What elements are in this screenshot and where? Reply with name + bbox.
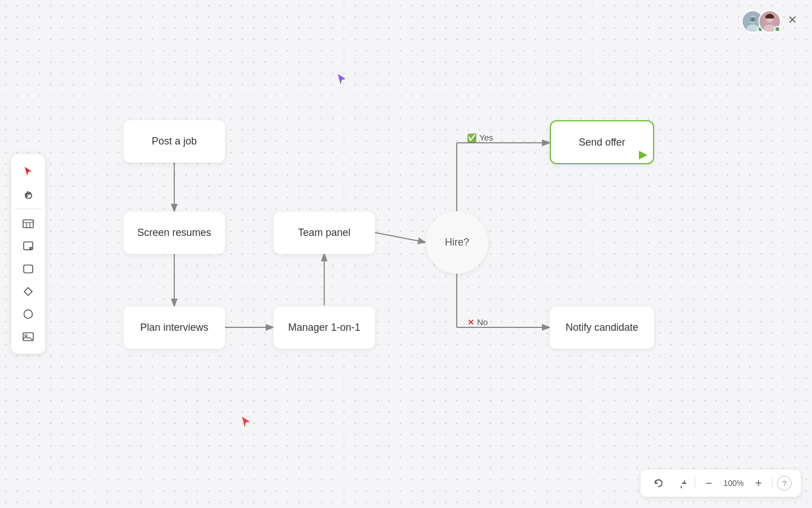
node-screen-resumes[interactable]: Screen resumes <box>123 212 225 254</box>
node-notify-candidate[interactable]: Notify candidate <box>550 306 654 349</box>
zoom-level: 100% <box>722 479 745 488</box>
svg-rect-5 <box>24 265 33 273</box>
sticky-tool[interactable] <box>18 237 38 257</box>
cursor-red-bottom <box>241 416 251 431</box>
zoom-out-button[interactable]: − <box>700 474 718 492</box>
no-x-icon: ✕ <box>467 318 474 327</box>
no-text: No <box>477 317 488 327</box>
svg-rect-0 <box>23 220 33 228</box>
user-avatars <box>742 10 781 33</box>
svg-point-6 <box>24 310 33 318</box>
node-plan-interviews-label: Plan interviews <box>140 322 208 334</box>
node-send-offer-label: Send offer <box>579 137 625 148</box>
branch-no-label: ✕ No <box>467 317 488 327</box>
diamond-tool[interactable] <box>18 282 38 302</box>
cursor-purple-top <box>337 73 347 88</box>
table-tool[interactable] <box>18 214 38 234</box>
user-2-online-dot <box>774 26 780 32</box>
node-send-offer[interactable]: Send offer ▶ <box>550 120 654 164</box>
node-manager-label: Manager 1-on-1 <box>288 322 360 334</box>
redo-button[interactable] <box>672 474 690 492</box>
bottom-toolbar: − 100% + ? <box>641 470 801 497</box>
zoom-in-button[interactable]: + <box>749 474 767 492</box>
bottom-divider-2 <box>772 478 773 489</box>
canvas-background <box>0 0 812 508</box>
node-post-job[interactable]: Post a job <box>123 120 225 163</box>
left-toolbar <box>11 155 45 354</box>
close-button[interactable]: ✕ <box>784 11 801 28</box>
node-post-job-label: Post a job <box>152 135 197 147</box>
node-manager[interactable]: Manager 1-on-1 <box>273 306 375 349</box>
branch-yes-label: ✅ Yes <box>467 133 493 142</box>
yes-text: Yes <box>479 133 493 142</box>
hand-tool[interactable] <box>18 184 38 204</box>
cursor-tool[interactable] <box>18 161 38 182</box>
rectangle-tool[interactable] <box>18 259 38 279</box>
toolbar-divider-1 <box>15 209 42 209</box>
node-plan-interviews[interactable]: Plan interviews <box>123 306 225 349</box>
send-offer-inner-arrow: ▶ <box>639 147 647 161</box>
node-screen-resumes-label: Screen resumes <box>137 227 211 239</box>
node-team-panel-label: Team panel <box>298 227 350 239</box>
node-team-panel[interactable]: Team panel <box>273 212 375 254</box>
undo-button[interactable] <box>650 474 668 492</box>
node-hire-decision-label: Hire? <box>445 237 469 248</box>
ellipse-tool[interactable] <box>18 304 38 325</box>
node-hire-decision[interactable]: Hire? <box>426 211 488 274</box>
node-notify-candidate-label: Notify candidate <box>566 322 638 334</box>
bottom-divider-1 <box>695 478 695 489</box>
yes-check-icon: ✅ <box>467 133 476 142</box>
image-tool[interactable] <box>18 327 38 347</box>
help-button[interactable]: ? <box>777 476 792 491</box>
